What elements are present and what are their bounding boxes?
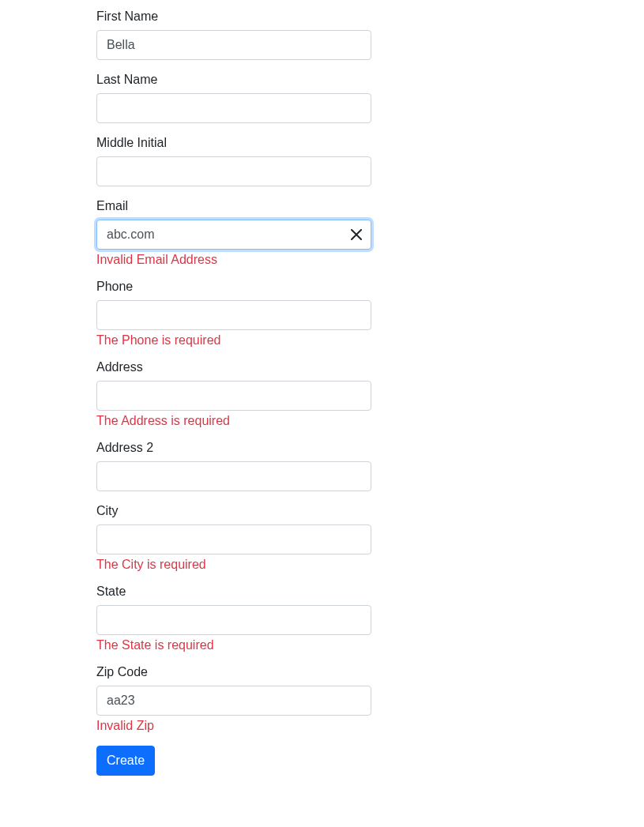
x-icon (351, 229, 362, 240)
zip-code-error: Invalid Zip (96, 719, 371, 733)
address2-input[interactable] (96, 461, 371, 491)
email-group: Email Invalid Email Address (96, 199, 371, 267)
city-group: City The City is required (96, 504, 371, 572)
email-error: Invalid Email Address (96, 253, 371, 267)
state-error: The State is required (96, 638, 371, 652)
last-name-group: Last Name (96, 73, 371, 123)
address-error: The Address is required (96, 414, 371, 428)
address2-group: Address 2 (96, 441, 371, 491)
city-input[interactable] (96, 524, 371, 554)
phone-error: The Phone is required (96, 333, 371, 348)
last-name-label: Last Name (96, 73, 371, 87)
address-label: Address (96, 360, 371, 374)
state-label: State (96, 585, 371, 599)
phone-input[interactable] (96, 300, 371, 330)
email-label: Email (96, 199, 371, 213)
zip-code-input[interactable] (96, 686, 371, 716)
address-input[interactable] (96, 381, 371, 411)
state-input[interactable] (96, 605, 371, 635)
middle-initial-label: Middle Initial (96, 136, 371, 150)
create-button[interactable]: Create (96, 746, 155, 776)
address2-label: Address 2 (96, 441, 371, 455)
address-group: Address The Address is required (96, 360, 371, 428)
phone-group: Phone The Phone is required (96, 280, 371, 348)
first-name-input[interactable] (96, 30, 371, 60)
email-input[interactable] (96, 220, 371, 250)
first-name-group: First Name (96, 9, 371, 60)
zip-code-group: Zip Code Invalid Zip (96, 665, 371, 733)
last-name-input[interactable] (96, 93, 371, 123)
zip-code-label: Zip Code (96, 665, 371, 679)
city-label: City (96, 504, 371, 518)
middle-initial-input[interactable] (96, 156, 371, 186)
email-input-wrapper (96, 220, 371, 250)
clear-icon[interactable] (349, 227, 363, 242)
phone-label: Phone (96, 280, 371, 294)
middle-initial-group: Middle Initial (96, 136, 371, 186)
city-error: The City is required (96, 558, 371, 572)
contact-form: First Name Last Name Middle Initial Emai… (96, 9, 644, 776)
first-name-label: First Name (96, 9, 371, 24)
state-group: State The State is required (96, 585, 371, 652)
